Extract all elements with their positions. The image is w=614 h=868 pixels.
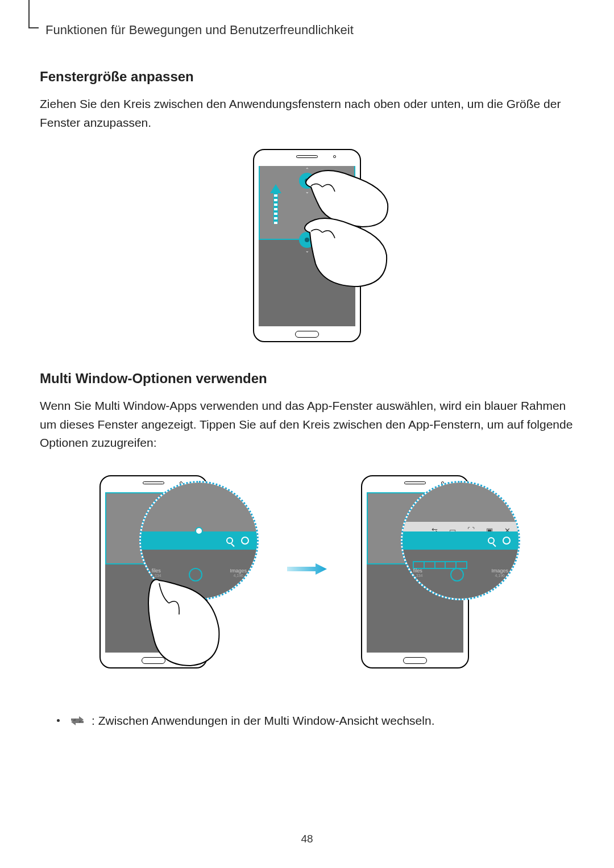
page-number: 48 — [301, 833, 313, 845]
split-handle-icon — [195, 527, 203, 535]
figure-left: files1,334 Images4,196 — [99, 470, 253, 668]
figure-multiwindow-options: files1,334 Images4,196 — [40, 470, 574, 668]
heading-multiwindow: Multi Window-Optionen verwenden — [40, 371, 574, 387]
figure-resize-window: ⌃⌄ ⌃⌄ — [40, 149, 574, 342]
svg-marker-0 — [287, 563, 327, 575]
hand-tap-icon — [128, 575, 225, 671]
drag-up-arrow-icon — [271, 184, 280, 224]
paragraph-resize: Ziehen Sie den Kreis zwischen den Anwend… — [40, 95, 574, 132]
zoom-bubble-right: ⇆ ▭ ⛶ ▣ ✕ files1,334 Images4,196 — [401, 481, 520, 600]
search-icon — [488, 537, 495, 544]
bullet-text: : Zwischen Anwendungen in der Multi Wind… — [92, 714, 434, 728]
view-icon — [503, 537, 511, 545]
hand-gesture-bottom-icon — [298, 210, 389, 301]
phone-illustration: ⌃⌄ ⌃⌄ — [253, 149, 361, 342]
check-icon — [450, 568, 464, 582]
section-label: Funktionen für Bewegungen und Benutzerfr… — [45, 23, 574, 38]
view-icon — [241, 537, 249, 545]
arrow-right-icon — [287, 563, 327, 575]
swap-windows-icon — [70, 715, 85, 727]
page-corner-mark — [28, 0, 30, 28]
file-tiles: files1,334 Images4,196 — [413, 568, 508, 582]
paragraph-multiwindow: Wenn Sie Multi Window-Apps verwenden und… — [40, 397, 574, 452]
phone-home-button — [295, 331, 319, 338]
heading-resize: Fenstergröße anpassen — [40, 69, 574, 85]
search-icon — [226, 537, 233, 544]
bullet-icon — [57, 719, 60, 722]
zoom-toolbar — [141, 531, 257, 550]
bullet-swap-apps: : Zwischen Anwendungen in der Multi Wind… — [57, 714, 574, 728]
zoom-toolbar — [403, 531, 518, 550]
figure-right: ⇆ ▭ ⛶ ▣ ✕ files1,334 Images4,196 — [361, 470, 515, 668]
